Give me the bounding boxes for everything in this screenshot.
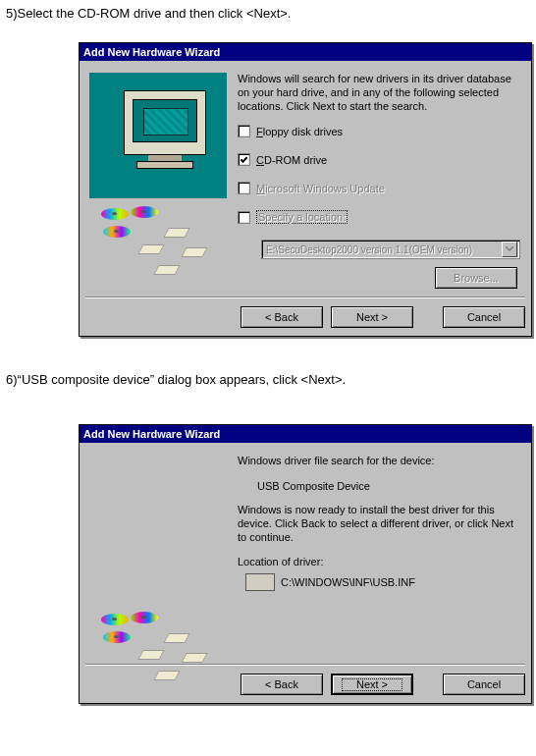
search-text: Windows driver file search for the devic… (238, 455, 521, 468)
titlebar-text: Add New Hardware Wizard (83, 428, 527, 440)
location-combobox: E:\SecuDesktop2000 version 1.1(OEM versi… (261, 240, 520, 259)
chevron-down-icon (502, 242, 517, 257)
specify-location-checkbox: Specify a location: (238, 210, 521, 224)
wizard-art (89, 73, 227, 274)
cancel-button[interactable]: Cancel (443, 306, 525, 328)
location-label: Location of driver: (238, 556, 521, 567)
driver-path: C:\WINDOWS\INF\USB.INF (281, 576, 415, 588)
browse-button: Browse... (435, 267, 517, 289)
wizard-art (89, 478, 227, 679)
document-icon (245, 573, 273, 591)
titlebar: Add New Hardware Wizard (80, 425, 531, 443)
add-hardware-wizard-dialog-step5: Add New Hardware Wizard Windows will sea… (79, 42, 532, 337)
next-button[interactable]: Next > (331, 674, 413, 695)
description-text: Windows will search for new drivers in i… (238, 73, 521, 113)
location-combobox-value: E:\SecuDesktop2000 version 1.1(OEM versi… (266, 244, 472, 255)
floppy-disk-drives-checkbox[interactable]: Floppy disk drives (238, 125, 521, 137)
next-button[interactable]: Next > (331, 306, 413, 328)
checkbox-icon (238, 153, 250, 166)
ready-text: Windows is now ready to install the best… (238, 504, 521, 544)
checkbox-icon (238, 182, 250, 194)
step6-instruction: 6)“USB composite device” dialog box appe… (6, 372, 530, 387)
checkbox-icon (238, 125, 250, 137)
add-hardware-wizard-dialog-step6: Add New Hardware Wizard Windows driver f… (79, 424, 532, 704)
titlebar: Add New Hardware Wizard (80, 43, 531, 61)
cdrom-drive-checkbox[interactable]: CD-ROM drive (238, 153, 521, 166)
titlebar-text: Add New Hardware Wizard (83, 46, 527, 58)
device-name: USB Composite Device (257, 480, 521, 492)
specify-location-label: Specify a location: (256, 210, 348, 224)
back-button[interactable]: < Back (241, 306, 323, 328)
step5-instruction: 5)Select the CD-ROM drive and then click… (6, 6, 530, 21)
checkbox-icon (238, 211, 250, 224)
cancel-button[interactable]: Cancel (443, 674, 525, 695)
ms-windows-update-checkbox: Microsoft Windows Update (238, 182, 521, 194)
back-button[interactable]: < Back (241, 674, 323, 695)
